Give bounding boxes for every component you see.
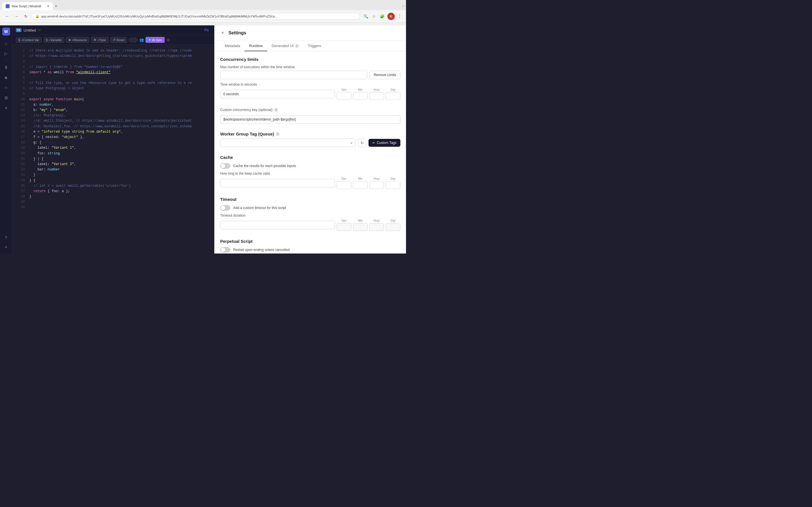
timeout-day-input[interactable] xyxy=(386,223,400,231)
timeout-min-label: Min xyxy=(358,219,363,222)
tab-generated-ui[interactable]: Generated UI i xyxy=(267,41,303,51)
code-line-24: 24 } xyxy=(12,172,214,178)
tab-triggers[interactable]: Triggers xyxy=(303,41,326,51)
cache-section: Cache Cache the results for each possibl… xyxy=(220,155,400,189)
timeout-min-input[interactable] xyxy=(353,223,368,231)
timeout-toggle[interactable] xyxy=(220,205,231,211)
close-settings-button[interactable]: × xyxy=(220,29,225,37)
bookmark-icon-button[interactable]: ☆ xyxy=(371,13,377,20)
cache-sec-group: Sec xyxy=(337,177,351,189)
browser-tab[interactable]: New Script | Windmill ✕ xyxy=(2,2,53,10)
timeout-sec-input[interactable] xyxy=(337,223,351,231)
timeout-main-input[interactable] xyxy=(220,221,335,229)
code-line-23: 23 bar: number xyxy=(12,167,214,172)
refresh-worker-groups-button[interactable]: ↻ xyxy=(358,138,366,147)
sec-input[interactable] xyxy=(337,92,351,100)
toggle-knob xyxy=(221,164,225,168)
sidebar-item-schedule[interactable]: ○ xyxy=(2,83,11,92)
toolbar-icons: 🔍 ☆ 🧩 H ⋮ xyxy=(362,13,403,20)
max-executions-row: Remove Limits xyxy=(220,71,400,79)
ai-gen-button[interactable]: ✦ AI Gen xyxy=(146,37,164,43)
concurrency-key-section: Custom concurrency key (optional) i xyxy=(220,108,400,124)
settings-icon-button[interactable]: ⚙ xyxy=(166,38,170,42)
code-line-4: 4 // import { toWords } from "number-to-… xyxy=(12,64,214,70)
worker-group-row: ∨ ↻ ✏ Custom Tags xyxy=(220,138,400,147)
code-line-19: 19 label: "Variant 1", xyxy=(12,145,214,151)
settings-title: Settings xyxy=(229,31,246,36)
refresh-button[interactable]: ↻ xyxy=(22,13,29,20)
sidebar-item-audit[interactable]: ≡ xyxy=(2,103,11,112)
day-input[interactable] xyxy=(386,92,400,100)
tab-runtime[interactable]: Runtime xyxy=(245,41,267,51)
cache-main-input[interactable] xyxy=(220,179,335,187)
search-icon-button[interactable]: 🔍 xyxy=(362,13,369,20)
cache-day-input[interactable] xyxy=(386,181,400,189)
extensions-icon-button[interactable]: 🧩 xyxy=(378,13,386,20)
cache-toggle-row: Cache the results for each possible inpu… xyxy=(220,163,400,169)
address-bar[interactable]: 🔒 app.windmill.dev/scripts/add#JTdCJTlya… xyxy=(32,13,360,20)
worker-group-label-row: Worker Group Tag (Queue) i xyxy=(220,131,400,136)
edit-tags-icon: ✏ xyxy=(372,141,375,145)
custom-tags-button[interactable]: ✏ Custom Tags xyxy=(368,139,400,147)
code-line-17: 17 f = { nested: "object" }, xyxy=(12,135,214,140)
sidebar-item-home[interactable]: ⌂ xyxy=(2,39,11,48)
timeout-hour-input[interactable] xyxy=(369,223,384,231)
worker-group-select[interactable] xyxy=(220,138,356,147)
sidebar-item-runs[interactable]: ▷ xyxy=(2,49,11,58)
cache-toggle[interactable] xyxy=(220,163,231,169)
cache-hour-input[interactable] xyxy=(369,181,384,189)
perpetual-section: Perpetual Script Restart upon ending unl… xyxy=(220,239,400,252)
perpetual-toggle[interactable] xyxy=(220,247,231,252)
edit-filename-icon[interactable]: ✏ xyxy=(38,28,41,32)
time-window-main-input[interactable] xyxy=(220,90,335,98)
cache-sec-input[interactable] xyxy=(337,181,351,189)
code-line-13: 13 //c: Postgresql, xyxy=(12,113,214,118)
new-tab-button[interactable]: + xyxy=(53,4,59,9)
forward-button[interactable]: → xyxy=(13,13,20,20)
tab-chevron-icon[interactable]: › xyxy=(403,4,404,8)
min-input[interactable] xyxy=(353,92,368,100)
type-icon: ⊕ xyxy=(94,38,96,42)
max-executions-input[interactable] xyxy=(220,71,367,79)
sidebar-item-resources[interactable]: ◈ xyxy=(2,73,11,82)
refresh-icon: ↻ xyxy=(361,141,364,145)
hour-label: Hour xyxy=(373,88,380,91)
reset-button[interactable]: ↺ Reset xyxy=(110,37,127,43)
timeout-duration-label: Timeout duration xyxy=(220,214,400,217)
sidebar-item-groups[interactable]: ⊞ xyxy=(2,93,11,102)
code-line-2: 2 // https://www.windmill.dev/docs/getti… xyxy=(12,54,214,59)
code-line-14: 14 //d: wmill.S3object, // https://www.w… xyxy=(12,118,214,124)
context-var-button[interactable]: $ +Context Var xyxy=(16,37,42,43)
code-line-30: 30 xyxy=(12,205,214,210)
sidebar-item-help[interactable]: ? xyxy=(2,233,11,242)
hour-input[interactable] xyxy=(369,92,384,100)
cache-min-input[interactable] xyxy=(353,181,368,189)
toggle-switch[interactable] xyxy=(129,38,138,42)
variable-button[interactable]: $ +Variable xyxy=(43,37,64,43)
tab-close-button[interactable]: ✕ xyxy=(47,4,50,8)
resource-button[interactable]: ◈ +Resource xyxy=(66,37,90,43)
worker-group-info-icon: i xyxy=(276,132,280,136)
code-line-5: 5 import * as wmill from "windmill-clien… xyxy=(12,70,214,75)
concurrency-key-label-row: Custom concurrency key (optional) i xyxy=(220,108,400,112)
cache-min-label: Min xyxy=(358,177,363,180)
pa-button[interactable]: Pa xyxy=(202,27,211,33)
code-line-11: 11 a: number, xyxy=(12,102,214,108)
remove-limits-button[interactable]: Remove Limits xyxy=(370,71,400,79)
back-button[interactable]: ← xyxy=(3,13,11,20)
sidebar-item-variables[interactable]: $ xyxy=(2,63,11,72)
sidebar-item-expand[interactable]: » xyxy=(2,242,11,251)
avatar[interactable]: H xyxy=(388,13,395,20)
timeout-min-group: Min xyxy=(353,219,368,231)
type-button[interactable]: ⊕ +Type xyxy=(91,37,108,43)
concurrency-section: Concurrency limits Max number of executi… xyxy=(220,57,400,100)
concurrency-key-input[interactable] xyxy=(220,115,400,124)
sidebar-bottom: ? » xyxy=(2,233,11,251)
sidebar-logo[interactable]: W xyxy=(2,27,10,36)
editor-area: TS Untitled ✏ Pa $ +Context Var $ +Varia… xyxy=(12,25,214,253)
code-editor[interactable]: 1 // there are multiple modes to add as … xyxy=(12,45,214,253)
tab-metadata[interactable]: Metadata xyxy=(220,41,245,51)
timeout-toggle-label: Add a custom timeout for this script xyxy=(233,206,286,210)
code-line-6: 6 xyxy=(12,75,214,80)
menu-icon-button[interactable]: ⋮ xyxy=(396,13,403,20)
